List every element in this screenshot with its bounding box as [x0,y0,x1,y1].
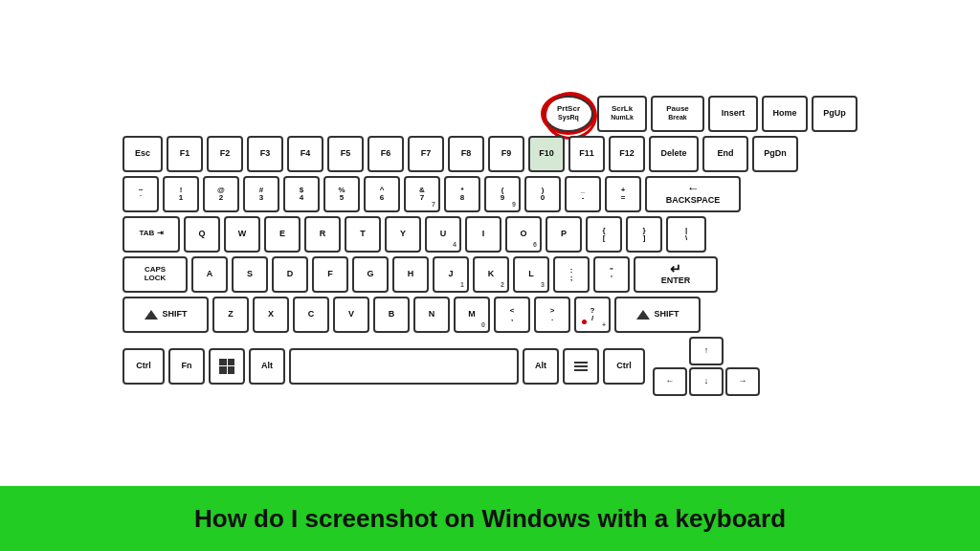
win-key[interactable] [209,348,245,385]
n-key[interactable]: N [413,297,450,333]
k-key[interactable]: K2 [473,256,509,293]
1-key[interactable]: !1 [163,176,199,212]
down-arrow-key[interactable]: ↓ [689,367,724,396]
period-key[interactable]: >. [534,297,570,333]
asdf-row: CAPSLOCK A S D F G H J1 K2 L3 :; "' ENTE… [122,256,858,293]
f5-key[interactable]: F5 [327,136,364,172]
backspace-key[interactable]: BACKSPACE [645,176,741,212]
a-key[interactable]: A [191,256,228,293]
x-key[interactable]: X [253,297,289,333]
slash-key[interactable]: ?/+ [574,297,611,333]
o-key[interactable]: O6 [505,216,542,253]
bottom-row: Ctrl Fn Alt Alt Ctrl [122,348,645,385]
8-key[interactable]: *8 [444,176,480,212]
capslock-key[interactable]: CAPSLOCK [122,256,188,293]
w-key[interactable]: W [224,216,260,253]
f4-key[interactable]: F4 [287,136,323,172]
backslash-key[interactable]: |\ [666,216,706,253]
right-arrow-key[interactable]: → [725,367,760,396]
number-row: ~` !1 @2 #3 $4 %5 ^6 &77 [122,176,858,212]
b-key[interactable]: B [373,297,410,333]
p-key[interactable]: P [546,216,582,253]
d-key[interactable]: D [272,256,308,293]
z-key[interactable]: Z [212,297,249,333]
f1-key[interactable]: F1 [167,136,203,172]
pgup-key[interactable]: PgUp [812,96,858,132]
q-key[interactable]: Q [184,216,220,253]
up-arrow-key[interactable]: ↑ [689,337,724,365]
fn-key[interactable]: Fn [168,348,205,385]
equals-key[interactable]: += [605,176,641,212]
r-key[interactable]: R [304,216,341,253]
4-key[interactable]: $4 [283,176,320,212]
f8-key[interactable]: F8 [448,136,484,172]
f2-key[interactable]: F2 [207,136,243,172]
delete-key[interactable]: Delete [649,136,699,172]
f7-key[interactable]: F7 [408,136,444,172]
quote-key[interactable]: "' [593,256,630,293]
left-alt-key[interactable]: Alt [249,348,285,385]
zxcv-row: SHIFT Z X C V B N M0 <, >. ?/+ SHIFT [122,297,858,333]
scrlk-key[interactable]: ScrLk NumLk [597,96,647,132]
end-key[interactable]: End [702,136,748,172]
v-key[interactable]: V [333,297,369,333]
9-key[interactable]: (99 [484,176,521,212]
lbracket-key[interactable]: {[ [586,216,622,253]
2-key[interactable]: @2 [203,176,239,212]
left-shift-key[interactable]: SHIFT [122,297,209,333]
h-key[interactable]: H [392,256,429,293]
bottom-banner: How do I screenshot on Windows with a ke… [0,486,980,551]
left-ctrl-key[interactable]: Ctrl [122,348,165,385]
minus-key[interactable]: _- [565,176,601,212]
f6-key[interactable]: F6 [368,136,404,172]
keyboard-area: PrtScr SysRq ScrLk NumLk Pause Break Ins… [0,0,980,486]
c-key[interactable]: C [293,297,329,333]
right-shift-key[interactable]: SHIFT [614,297,701,333]
f9-key[interactable]: F9 [488,136,524,172]
right-alt-key[interactable]: Alt [523,348,559,385]
tilde-key[interactable]: ~` [122,176,159,212]
esc-key[interactable]: Esc [122,136,163,172]
s-key[interactable]: S [232,256,268,293]
6-key[interactable]: ^6 [364,176,400,212]
5-key[interactable]: %5 [323,176,360,212]
f-key[interactable]: F [312,256,348,293]
enter-key[interactable]: ENTER [634,256,718,293]
m-key[interactable]: M0 [454,297,490,333]
spacebar-key[interactable] [289,348,519,385]
banner-text: How do I screenshot on Windows with a ke… [194,504,786,534]
home-key[interactable]: Home [762,96,808,132]
windows-icon [219,359,234,374]
pgdn-key[interactable]: PgDn [752,136,798,172]
g-key[interactable]: G [352,256,389,293]
menu-icon [574,362,588,371]
f12-key[interactable]: F12 [609,136,645,172]
qwerty-row: TAB ⇥ Q W E R T Y U4 I O6 P {[ }] |\ [122,216,858,253]
rbracket-key[interactable]: }] [626,216,662,253]
tab-key[interactable]: TAB ⇥ [122,216,180,253]
menu-key[interactable] [563,348,599,385]
l-key[interactable]: L3 [513,256,549,293]
e-key[interactable]: E [264,216,301,253]
pause-key[interactable]: Pause Break [651,96,704,132]
f11-key[interactable]: F11 [568,136,605,172]
0-key[interactable]: )0 [524,176,561,212]
red-dot [582,320,587,324]
keyboard-wrapper: PrtScr SysRq ScrLk NumLk Pause Break Ins… [122,96,858,396]
right-ctrl-key[interactable]: Ctrl [603,348,645,385]
t-key[interactable]: T [345,216,381,253]
7-key[interactable]: &77 [404,176,440,212]
u-key[interactable]: U4 [425,216,461,253]
f10-key[interactable]: F10 [528,136,565,172]
comma-key[interactable]: <, [494,297,530,333]
semicolon-key[interactable]: :; [553,256,590,293]
y-key[interactable]: Y [385,216,421,253]
function-row: Esc F1 F2 F3 F4 F5 F6 F7 F8 F9 F10 F11 F… [122,136,858,172]
3-key[interactable]: #3 [243,176,279,212]
f3-key[interactable]: F3 [247,136,283,172]
insert-key[interactable]: Insert [708,96,758,132]
prtscr-key[interactable]: PrtScr SysRq [544,96,593,132]
left-arrow-key[interactable]: ← [653,367,687,396]
i-key[interactable]: I [465,216,501,253]
j-key[interactable]: J1 [433,256,469,293]
